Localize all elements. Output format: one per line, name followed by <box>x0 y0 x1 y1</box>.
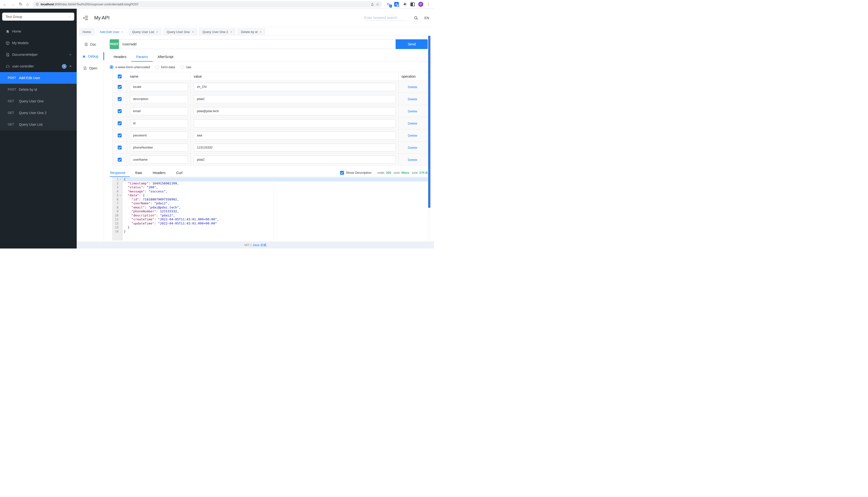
code-line: { <box>122 178 428 182</box>
delete-link[interactable]: Delete <box>399 122 417 125</box>
sidebar-item-my-models[interactable]: My Models <box>0 37 77 49</box>
language-switch[interactable]: EN <box>425 16 429 20</box>
delete-link[interactable]: Delete <box>399 146 417 150</box>
param-value-input[interactable] <box>194 119 396 127</box>
browser-profile-avatar[interactable]: P <box>418 2 423 7</box>
browser-menu-icon[interactable]: ⋮ <box>427 2 431 6</box>
response-tab-headers[interactable]: Headers <box>147 169 171 177</box>
bookmark-star-icon[interactable]: ☆ <box>376 2 379 6</box>
param-name-input[interactable] <box>130 95 188 103</box>
extensions-puzzle-icon[interactable] <box>402 2 407 7</box>
address-bar[interactable]: localhost:8080/doc.html#/Test%20Group/us… <box>33 1 382 8</box>
endpoint-query-user-one[interactable]: GET Query User One <box>0 95 77 107</box>
response-editor[interactable]: 1▾ 2 3 4 5▾ 6 7 8 9 10 11 12 13 <box>112 177 428 241</box>
response-tab-response[interactable]: Response <box>110 169 130 177</box>
nav-item-debug[interactable]: Debug <box>77 50 104 62</box>
row-checkbox[interactable] <box>118 85 122 89</box>
row-checkbox[interactable] <box>118 158 122 161</box>
param-name-input[interactable] <box>130 143 188 152</box>
body-type-form-data[interactable]: form-data <box>155 65 175 69</box>
response-tab-raw[interactable]: Raw <box>130 169 147 177</box>
select-all-checkbox[interactable] <box>118 74 122 79</box>
endpoint-delete-by-id[interactable]: POST Delete by id <box>0 84 77 95</box>
row-checkbox[interactable] <box>118 121 122 125</box>
page-scrollbar[interactable] <box>428 36 431 241</box>
close-tab-icon[interactable]: × <box>156 30 158 34</box>
param-name-input[interactable] <box>130 131 188 140</box>
sidebar-item-home[interactable]: Home <box>0 26 77 37</box>
row-checkbox[interactable] <box>118 97 122 101</box>
home-icon[interactable]: ⌂ <box>26 2 29 6</box>
param-name-input[interactable] <box>130 107 188 115</box>
param-value-input[interactable] <box>194 95 396 103</box>
tab-home[interactable]: Home <box>79 28 95 36</box>
param-name-input[interactable] <box>130 83 188 91</box>
reload-icon[interactable]: ↻ <box>19 2 22 6</box>
param-value-input[interactable] <box>194 156 396 164</box>
close-tab-icon[interactable]: × <box>260 30 262 34</box>
forward-icon[interactable]: → <box>11 2 15 6</box>
models-cube-icon <box>5 41 10 45</box>
body-type-x-www-form-urlencoded[interactable]: x-www-form-urlencoded <box>110 65 150 69</box>
send-button[interactable]: Send <box>396 39 428 49</box>
back-icon[interactable]: ← <box>3 2 7 6</box>
debug-panel: POST Send HeadersParamsAfterScript x-www… <box>104 36 434 241</box>
response-tab-curl[interactable]: Curl <box>171 169 188 177</box>
request-url-input[interactable] <box>119 39 396 49</box>
line-number: 8 <box>112 205 122 210</box>
param-value-input[interactable] <box>194 131 396 140</box>
close-tab-icon[interactable]: × <box>230 30 232 34</box>
endpoint-add-edit-user[interactable]: POST Add-Edit User <box>0 72 77 84</box>
scrollbar-thumb[interactable] <box>428 36 430 208</box>
nav-item-open[interactable]: Open <box>77 62 104 74</box>
fold-icon[interactable]: ▾ <box>118 194 122 198</box>
endpoint-query-user-list[interactable]: GET Query User List <box>0 119 77 130</box>
row-checkbox[interactable] <box>118 109 122 113</box>
translate-extension-icon[interactable]: G文 <box>394 2 399 6</box>
show-description-checkbox[interactable] <box>340 171 344 175</box>
tab-label: Query User List <box>132 30 154 34</box>
body-type-raw[interactable]: raw <box>180 65 191 69</box>
share-icon[interactable] <box>371 3 374 6</box>
search-icon[interactable] <box>414 16 418 20</box>
close-tab-icon[interactable]: × <box>192 30 194 34</box>
endpoint-nav: Doc Debug Open <box>77 36 104 241</box>
row-checkbox[interactable] <box>118 133 122 137</box>
sidebar-item-documenthelper[interactable]: DocumentHelper <box>0 49 77 60</box>
delete-link[interactable]: Delete <box>399 158 417 161</box>
endpoint-query-user-one-2[interactable]: GET Query User One 2 <box>0 107 77 119</box>
tab-delete-by-id[interactable]: Delete by id × <box>237 28 265 36</box>
tab-query-user-list[interactable]: Query User List × <box>129 28 161 36</box>
param-value-input[interactable] <box>194 83 396 91</box>
group-select[interactable]: Test Group <box>2 13 74 20</box>
site-info-icon[interactable] <box>36 3 39 6</box>
close-tab-icon[interactable]: × <box>122 30 124 34</box>
delete-link[interactable]: Delete <box>399 134 417 137</box>
code-line: } <box>122 230 428 234</box>
fold-icon[interactable]: ▾ <box>118 178 122 182</box>
sidebar-item-user-controller[interactable]: user-controller 5 <box>0 60 77 72</box>
session-extension-icon[interactable]: ↻ 0 <box>386 2 391 7</box>
request-tab-params[interactable]: Params <box>131 52 153 61</box>
row-checkbox[interactable] <box>118 146 122 150</box>
param-value-input[interactable] <box>194 107 396 115</box>
delete-link[interactable]: Delete <box>399 110 417 113</box>
search-input[interactable] <box>364 15 407 21</box>
request-tab-afterscript[interactable]: AfterScript <box>153 52 178 61</box>
param-name-input[interactable] <box>130 119 188 127</box>
collapse-menu-icon[interactable] <box>83 16 88 20</box>
delete-link[interactable]: Delete <box>399 97 417 101</box>
side-panel-icon[interactable] <box>411 2 415 6</box>
code-line: "id": 718188079097556992, <box>122 198 428 202</box>
meta-label: code: <box>377 171 385 174</box>
tab-query-user-one[interactable]: Query User One × <box>163 28 197 36</box>
param-value-input[interactable] <box>194 143 396 152</box>
nav-item-doc[interactable]: Doc <box>77 38 104 50</box>
tab-add-edit-user[interactable]: Add-Edit User × <box>96 28 127 36</box>
tab-query-user-one-2[interactable]: Query User One 2 × <box>199 28 236 36</box>
request-tab-headers[interactable]: Headers <box>110 52 131 61</box>
footer-link[interactable]: Java 全栈 <box>253 243 267 247</box>
delete-link[interactable]: Delete <box>399 85 417 89</box>
param-name-input[interactable] <box>130 156 188 164</box>
tab-label: Delete by id <box>241 30 258 34</box>
